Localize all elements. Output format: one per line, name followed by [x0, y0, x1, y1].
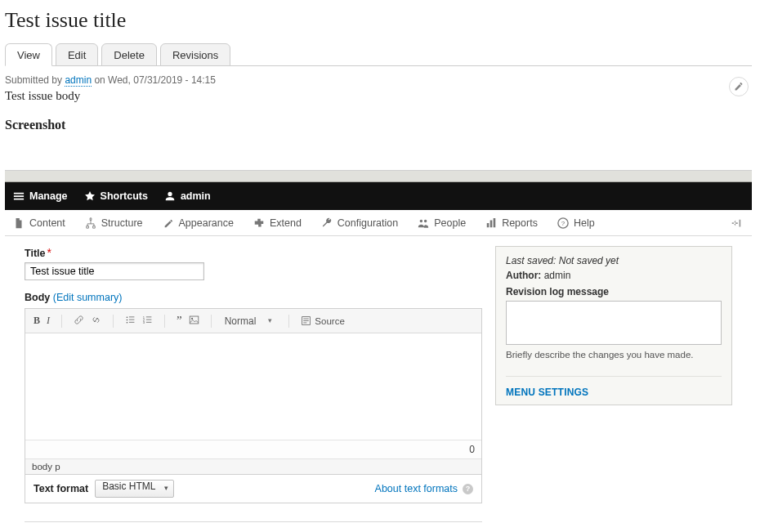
unlink-button[interactable] [91, 315, 101, 328]
question-icon: ? [463, 484, 473, 494]
toolbar-manage[interactable]: Manage [13, 190, 68, 202]
toolbar-orientation-toggle[interactable] [729, 217, 744, 230]
ckeditor-wrapper: B I 123 [25, 308, 482, 475]
admin-tab-people[interactable]: People [418, 217, 466, 229]
admin-tab-people-label: People [434, 217, 466, 229]
source-label: Source [315, 316, 344, 326]
admin-tab-reports[interactable]: Reports [485, 217, 538, 229]
body-label: Body [25, 292, 50, 303]
last-saved-value: Not saved yet [559, 255, 619, 266]
source-button[interactable]: Source [301, 315, 344, 326]
paint-icon [163, 217, 174, 229]
tab-view[interactable]: View [5, 43, 52, 66]
tab-delete[interactable]: Delete [101, 43, 157, 66]
char-count: 0 [469, 444, 475, 455]
edit-summary-link[interactable]: (Edit summary) [53, 292, 123, 303]
bold-button[interactable]: B [34, 315, 40, 327]
svg-text:3: 3 [143, 320, 145, 324]
image-icon [189, 315, 199, 325]
revision-log-help: Briefly describe the changes you have ma… [506, 350, 722, 360]
svg-point-3 [127, 319, 128, 320]
admin-tab-help-label: Help [574, 217, 595, 229]
admin-tab-appearance-label: Appearance [179, 217, 234, 229]
admin-tab-configuration[interactable]: Configuration [321, 217, 398, 229]
ckeditor-toolbar: B I 123 [25, 309, 481, 333]
field-title: Title* [25, 246, 482, 280]
admin-tab-extend[interactable]: Extend [253, 217, 302, 229]
tab-revisions[interactable]: Revisions [160, 43, 230, 66]
collapse-icon [731, 217, 742, 229]
revision-log-textarea[interactable] [506, 301, 722, 345]
author-row: Author: admin [506, 270, 722, 281]
toolbar-sep-icon [61, 315, 62, 328]
ckeditor-path: body p [25, 458, 481, 474]
contextual-edit-button[interactable] [729, 77, 749, 96]
blockquote-button[interactable]: ” [177, 314, 182, 328]
last-saved-label: Last saved: [506, 255, 556, 266]
about-text-formats-label: About text formats [375, 483, 458, 494]
bars-icon [485, 217, 497, 229]
toolbar-shortcuts-label: Shortcuts [101, 190, 148, 202]
bullet-list-button[interactable] [125, 315, 136, 328]
toolbar-shortcuts[interactable]: Shortcuts [84, 190, 148, 202]
author-label: Author: [506, 270, 541, 281]
title-input[interactable] [25, 262, 204, 280]
hamburger-icon [13, 190, 25, 202]
admin-tab-reports-label: Reports [502, 217, 538, 229]
local-tasks-tabs: View Edit Delete Revisions [5, 42, 752, 66]
people-icon [418, 217, 429, 229]
tab-edit[interactable]: Edit [56, 43, 98, 66]
admin-tab-appearance[interactable]: Appearance [163, 217, 234, 229]
required-mark: * [47, 246, 51, 259]
screenshot-top-gap [5, 171, 752, 182]
field-body-label-row: Body (Edit summary) [25, 292, 482, 303]
submitted-user-link[interactable]: admin [65, 74, 92, 87]
admin-menu: Content Structure Appearance Extend Conf… [5, 210, 752, 236]
image-button[interactable] [189, 315, 199, 328]
last-saved-row: Last saved: Not saved yet [506, 255, 722, 266]
svg-point-4 [127, 321, 128, 323]
submitted-prefix: Submitted by [5, 74, 65, 86]
revision-log-field: Revision log message Briefly describe th… [506, 286, 722, 360]
puzzle-icon [253, 217, 265, 229]
toolbar-sep-icon [113, 315, 114, 328]
embedded-screenshot: Manage Shortcuts admin Content Structure [5, 170, 752, 532]
form-divider [25, 521, 482, 522]
unlink-icon [91, 315, 101, 325]
admin-tab-structure-label: Structure [101, 217, 143, 229]
screenshot-heading: Screenshot [5, 118, 752, 132]
admin-tab-help[interactable]: ? Help [557, 217, 595, 229]
file-icon [13, 217, 25, 229]
link-button[interactable] [74, 315, 84, 328]
ckeditor-textarea[interactable] [25, 333, 481, 440]
issue-body: Test issue body [5, 89, 752, 103]
about-text-formats-link[interactable]: About text formats ? [375, 483, 473, 494]
toolbar-user[interactable]: admin [164, 190, 211, 202]
admin-tab-structure[interactable]: Structure [85, 217, 143, 229]
text-format-row: Text format Basic HTML About text format… [25, 475, 482, 503]
text-format-label: Text format [34, 483, 88, 494]
admin-menu-left: Content Structure Appearance Extend Conf… [13, 217, 595, 229]
ol-icon: 123 [142, 315, 153, 325]
svg-point-2 [127, 316, 128, 318]
number-list-button[interactable]: 123 [142, 315, 153, 328]
page-root: Test issue title View Edit Delete Revisi… [0, 0, 760, 532]
title-label: Title [25, 248, 45, 259]
format-dropdown[interactable]: Normal [223, 315, 278, 327]
toolbar-manage-label: Manage [29, 190, 68, 202]
text-format-select[interactable]: Basic HTML [95, 480, 174, 498]
ul-icon [125, 315, 136, 325]
author-value: admin [544, 270, 571, 281]
admin-tab-content-label: Content [29, 217, 65, 229]
toolbar-sep-icon [211, 315, 212, 328]
italic-button[interactable]: I [47, 315, 50, 327]
menu-settings-toggle[interactable]: MENU SETTINGS [506, 376, 722, 398]
form-main: Title* Body (Edit summary) B I [25, 246, 482, 532]
page-title: Test issue title [5, 8, 752, 33]
node-edit-form: Title* Body (Edit summary) B I [5, 236, 752, 532]
submitted-meta: Submitted by admin on Wed, 07/31/2019 - … [5, 74, 752, 86]
toolbar-bar: Manage Shortcuts admin [5, 182, 752, 210]
pencil-icon [734, 82, 744, 92]
admin-tab-content[interactable]: Content [13, 217, 65, 229]
sitemap-icon [85, 217, 96, 229]
